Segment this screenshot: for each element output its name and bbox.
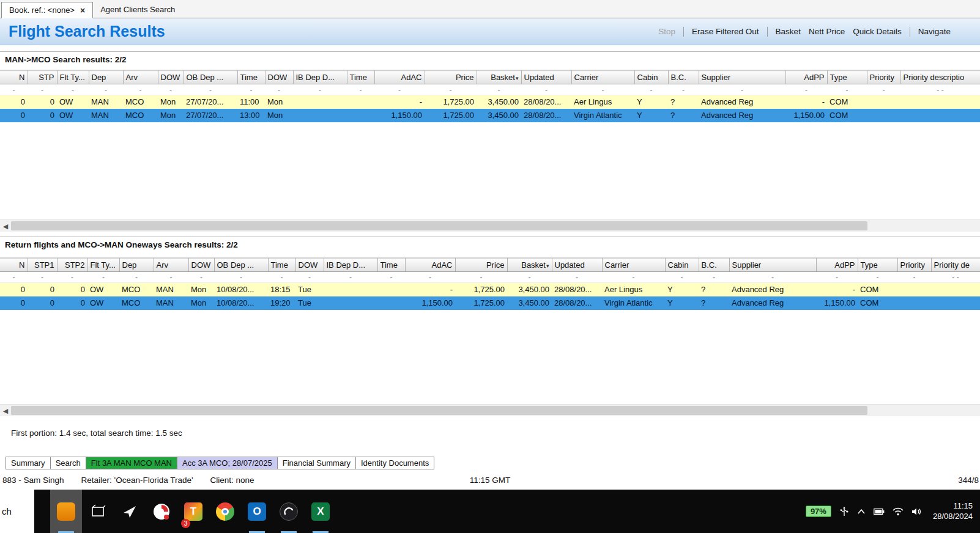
- filter-cell[interactable]: -: [374, 84, 425, 95]
- notification-app-button[interactable]: T 3: [177, 490, 209, 533]
- flight-row[interactable]: 000OWMCOMANMon10/08/20...18:15Tue-1,725.…: [0, 283, 980, 296]
- close-icon[interactable]: ×: [80, 7, 85, 14]
- usb-icon[interactable]: [839, 507, 849, 516]
- basket-button[interactable]: Basket: [776, 27, 801, 36]
- quick-details-button[interactable]: Quick Details: [853, 27, 902, 36]
- column-header[interactable]: DOW: [188, 259, 214, 272]
- filter-cell[interactable]: -: [571, 84, 634, 95]
- column-header[interactable]: Updated: [521, 71, 571, 84]
- active-app-button[interactable]: [50, 490, 82, 533]
- column-header[interactable]: AdPP: [816, 259, 858, 272]
- filter-cell[interactable]: -: [89, 84, 123, 95]
- filter-cell[interactable]: -: [405, 272, 455, 283]
- filter-cell[interactable]: -: [785, 84, 827, 95]
- filter-cell[interactable]: -: [57, 272, 87, 283]
- column-header[interactable]: DOW: [295, 259, 324, 272]
- filter-cell[interactable]: -: [268, 272, 295, 283]
- chrome-button[interactable]: [209, 490, 241, 533]
- filter-cell[interactable]: -: [699, 272, 729, 283]
- bottom-tab-4[interactable]: Acc 3A MCO; 28/07/2025: [177, 457, 278, 469]
- outbound-horizontal-scrollbar[interactable]: ◀: [0, 219, 980, 232]
- filter-cell[interactable]: -: [867, 84, 900, 95]
- column-header[interactable]: AdAC: [374, 71, 425, 84]
- column-header[interactable]: B.C.: [668, 71, 699, 84]
- filter-cell[interactable]: -: [347, 84, 374, 95]
- filter-cell[interactable]: -: [602, 272, 665, 283]
- column-header[interactable]: OB Dep ...: [184, 71, 237, 84]
- taskbar-search-box[interactable]: ch: [0, 490, 34, 533]
- column-header[interactable]: Supplier: [699, 71, 785, 84]
- column-header[interactable]: STP: [28, 71, 57, 84]
- filter-cell[interactable]: -: [377, 272, 405, 283]
- filter-cell[interactable]: -: [28, 272, 57, 283]
- column-header[interactable]: Priority descriptio: [900, 71, 980, 84]
- column-header[interactable]: Updated: [552, 259, 602, 272]
- column-header[interactable]: Carrier: [602, 259, 665, 272]
- column-header[interactable]: Carrier: [571, 71, 634, 84]
- column-header[interactable]: Type: [827, 71, 867, 84]
- filter-cell[interactable]: - -: [931, 272, 980, 283]
- filter-cell[interactable]: -: [521, 84, 571, 95]
- filter-cell[interactable]: -: [699, 84, 785, 95]
- filter-cell[interactable]: -: [668, 84, 699, 95]
- scrollbar-thumb[interactable]: [11, 221, 867, 230]
- filter-cell[interactable]: -: [816, 272, 858, 283]
- column-header[interactable]: AdAC: [405, 259, 455, 272]
- white-app-button[interactable]: [114, 490, 146, 533]
- filter-cell[interactable]: -: [477, 84, 521, 95]
- column-header[interactable]: Priority: [867, 71, 900, 84]
- inbound-horizontal-scrollbar[interactable]: ◀: [0, 404, 980, 416]
- bottom-tab-2[interactable]: Search: [50, 457, 86, 469]
- dark-app-button[interactable]: [273, 490, 305, 533]
- column-header[interactable]: OB Dep ...: [214, 259, 268, 272]
- filter-cell[interactable]: -: [214, 272, 268, 283]
- tab-agent-clients-search[interactable]: Agent Clients Search: [93, 1, 182, 18]
- bottom-tab-5[interactable]: Financial Summary: [277, 457, 356, 469]
- filter-cell[interactable]: -: [295, 272, 324, 283]
- column-header[interactable]: N: [0, 71, 28, 84]
- filter-cell[interactable]: -: [0, 272, 28, 283]
- column-header[interactable]: Time: [377, 259, 405, 272]
- column-header[interactable]: Price: [455, 259, 507, 272]
- filter-cell[interactable]: - -: [900, 84, 980, 95]
- column-header[interactable]: Time: [347, 71, 374, 84]
- navigate-button[interactable]: Navigate: [918, 27, 951, 36]
- stop-button[interactable]: Stop: [658, 27, 675, 36]
- filter-cell[interactable]: -: [858, 272, 897, 283]
- filter-cell[interactable]: -: [324, 272, 377, 283]
- filter-cell[interactable]: -: [188, 272, 214, 283]
- column-header[interactable]: Time: [237, 71, 265, 84]
- filter-cell[interactable]: -: [154, 272, 188, 283]
- column-header[interactable]: Dep: [119, 259, 154, 272]
- filter-cell[interactable]: -: [123, 84, 158, 95]
- filter-cell[interactable]: -: [184, 84, 237, 95]
- filter-cell[interactable]: -: [827, 84, 867, 95]
- filter-cell[interactable]: -: [455, 272, 507, 283]
- chevron-up-icon[interactable]: [857, 509, 866, 515]
- column-header[interactable]: Time: [268, 259, 295, 272]
- scrollbar-thumb[interactable]: [11, 406, 867, 415]
- filter-cell[interactable]: -: [507, 272, 552, 283]
- filter-cell[interactable]: -: [237, 84, 265, 95]
- column-header[interactable]: IB Dep D...: [293, 71, 347, 84]
- filter-cell[interactable]: -: [119, 272, 154, 283]
- column-header[interactable]: Arv: [123, 71, 158, 84]
- bottom-tab-3[interactable]: Flt 3A MAN MCO MAN: [86, 457, 177, 469]
- column-header[interactable]: DOW: [158, 71, 184, 84]
- filter-cell[interactable]: -: [158, 84, 184, 95]
- task-view-button[interactable]: [82, 490, 114, 533]
- column-header[interactable]: Cabin: [634, 71, 668, 84]
- filter-cell[interactable]: -: [729, 272, 816, 283]
- column-header[interactable]: Priority: [897, 259, 931, 272]
- flight-row[interactable]: 00OWMANMCOMon27/07/20...11:00Mon-1,725.0…: [0, 95, 980, 109]
- column-header[interactable]: Priority de: [931, 259, 980, 272]
- filter-cell[interactable]: -: [897, 272, 931, 283]
- column-header[interactable]: B.C.: [699, 259, 729, 272]
- column-header[interactable]: Dep: [89, 71, 123, 84]
- column-header[interactable]: Supplier: [729, 259, 816, 272]
- wifi-icon[interactable]: [893, 507, 904, 516]
- volume-icon[interactable]: [911, 507, 921, 516]
- column-header[interactable]: N: [0, 259, 28, 272]
- column-header[interactable]: AdPP: [785, 71, 827, 84]
- filter-cell[interactable]: -: [293, 84, 347, 95]
